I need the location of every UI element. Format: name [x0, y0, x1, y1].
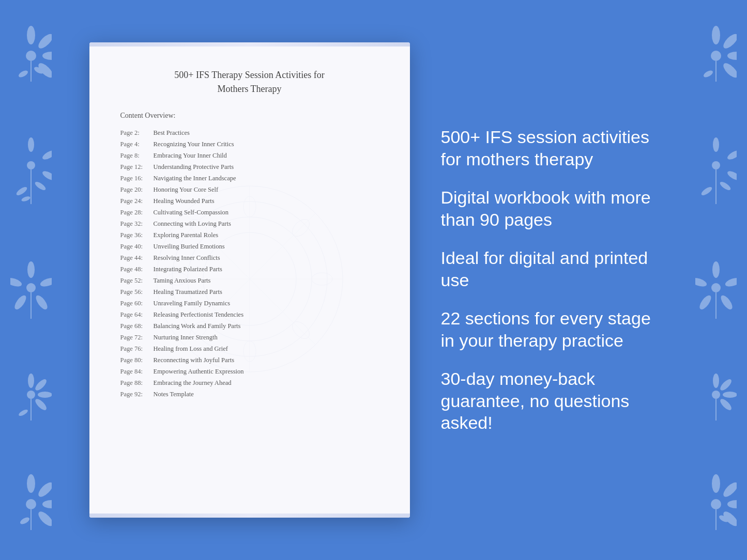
- floral-decoration-3: [10, 259, 52, 321]
- svg-point-75: [723, 392, 737, 398]
- svg-point-31: [36, 480, 52, 499]
- toc-page-number: Page 12:: [120, 163, 151, 171]
- svg-point-82: [727, 500, 737, 508]
- document-card: 500+ IFS Therapy Session Activities for …: [89, 42, 410, 518]
- toc-page-number: Page 92:: [120, 391, 151, 398]
- svg-point-84: [711, 499, 721, 509]
- toc-page-number: Page 44:: [120, 254, 151, 262]
- toc-section-title: Healing from Loss and Grief: [154, 345, 228, 353]
- svg-point-27: [27, 391, 35, 399]
- svg-point-4: [26, 51, 36, 61]
- right-floral-5: [695, 473, 737, 535]
- toc-section-title: Unveiling Buried Emotions: [154, 243, 225, 251]
- table-of-contents-item: Page 64:Releasing Perfectionist Tendenci…: [120, 309, 379, 320]
- svg-point-81: [721, 480, 737, 499]
- floral-decoration-4: [10, 371, 52, 423]
- svg-point-33: [36, 509, 52, 528]
- table-of-contents-item: Page 20:Honoring Your Core Self: [120, 184, 379, 195]
- toc-page-number: Page 52:: [120, 277, 151, 285]
- svg-point-57: [711, 51, 721, 61]
- svg-point-53: [712, 26, 720, 44]
- toc-page-number: Page 80:: [120, 356, 151, 364]
- svg-point-6: [18, 69, 29, 79]
- toc-page-number: Page 60:: [120, 300, 151, 307]
- table-of-contents-item: Page 36:Exploring Parental Roles: [120, 229, 379, 241]
- table-of-contents-item: Page 52:Taming Anxious Parts: [120, 275, 379, 286]
- svg-point-67: [712, 261, 720, 278]
- info-bullet-4: 22 sections for every stage in your ther…: [441, 307, 658, 351]
- svg-point-68: [724, 276, 737, 288]
- table-of-contents-item: Page 44:Resolving Inner Conflicts: [120, 252, 379, 263]
- svg-point-78: [712, 391, 720, 399]
- svg-point-30: [27, 474, 35, 493]
- info-bullet-5: 30-day money-back guarantee, no question…: [441, 368, 658, 434]
- svg-point-26: [34, 397, 48, 412]
- svg-point-61: [726, 149, 737, 161]
- toc-section-title: Unraveling Family Dynamics: [154, 300, 231, 307]
- svg-point-20: [10, 276, 23, 288]
- right-floral-3: [695, 259, 737, 321]
- table-of-contents-item: Page 68:Balancing Work and Family Parts: [120, 320, 379, 332]
- right-floral-4: [695, 371, 737, 423]
- table-of-contents-item: Page 60:Unraveling Family Dynamics: [120, 298, 379, 309]
- toc-section-title: Healing Traumatized Parts: [154, 288, 222, 296]
- table-of-contents: Page 2:Best PracticesPage 4:Recognizing …: [120, 127, 379, 400]
- toc-section-title: Best Practices: [154, 129, 190, 137]
- toc-page-number: Page 16:: [120, 175, 151, 182]
- svg-point-24: [38, 392, 52, 398]
- toc-section-title: Taming Anxious Parts: [154, 277, 211, 285]
- svg-point-0: [27, 26, 35, 44]
- content-overview-label: Content Overview:: [120, 112, 379, 120]
- svg-point-13: [15, 185, 28, 197]
- toc-page-number: Page 72:: [120, 334, 151, 341]
- table-of-contents-item: Page 8:Embracing Your Inner Child: [120, 150, 379, 161]
- svg-point-70: [697, 293, 713, 311]
- svg-point-63: [712, 161, 720, 169]
- svg-point-56: [721, 61, 737, 80]
- info-panel: 500+ IFS session activities for mothers …: [441, 126, 658, 434]
- toc-section-title: Understanding Protective Parts: [154, 163, 234, 171]
- svg-point-19: [12, 293, 28, 311]
- toc-section-title: Empowering Authentic Expression: [154, 368, 244, 376]
- svg-point-23: [28, 374, 34, 388]
- svg-point-16: [27, 261, 35, 278]
- table-of-contents-item: Page 12:Understanding Protective Parts: [120, 161, 379, 173]
- toc-section-title: Cultivating Self-Compassion: [154, 209, 228, 216]
- toc-page-number: Page 24:: [120, 197, 151, 205]
- svg-point-10: [41, 169, 52, 182]
- toc-page-number: Page 8:: [120, 152, 151, 160]
- toc-page-number: Page 28:: [120, 209, 151, 216]
- svg-point-29: [18, 408, 28, 417]
- svg-point-62: [726, 169, 737, 182]
- toc-page-number: Page 20:: [120, 186, 151, 194]
- toc-section-title: Nurturing Inner Strength: [154, 334, 218, 341]
- toc-page-number: Page 2:: [120, 129, 151, 137]
- svg-point-9: [41, 149, 52, 161]
- svg-point-32: [42, 500, 52, 508]
- table-of-contents-item: Page 56:Healing Traumatized Parts: [120, 286, 379, 298]
- toc-section-title: Healing Wounded Parts: [154, 197, 215, 205]
- table-of-contents-item: Page 2:Best Practices: [120, 127, 379, 138]
- svg-point-80: [712, 474, 720, 493]
- toc-section-title: Embracing Your Inner Child: [154, 152, 227, 160]
- toc-section-title: Integrating Polarized Parts: [154, 266, 222, 273]
- table-of-contents-item: Page 40:Unveiling Buried Emotions: [120, 241, 379, 252]
- toc-page-number: Page 36:: [120, 231, 151, 239]
- table-of-contents-item: Page 92:Notes Template: [120, 388, 379, 400]
- right-floral-panel: [685, 0, 747, 560]
- svg-point-18: [34, 293, 50, 311]
- svg-point-65: [700, 185, 713, 197]
- toc-page-number: Page 48:: [120, 266, 151, 273]
- svg-point-59: [703, 69, 714, 79]
- toc-page-number: Page 88:: [120, 379, 151, 387]
- svg-point-25: [34, 378, 48, 392]
- svg-point-69: [719, 293, 735, 311]
- table-of-contents-item: Page 72:Nurturing Inner Strength: [120, 332, 379, 343]
- toc-page-number: Page 40:: [120, 243, 151, 251]
- svg-point-2: [42, 52, 52, 60]
- svg-point-34: [26, 499, 36, 509]
- svg-point-17: [39, 276, 52, 288]
- table-of-contents-item: Page 88:Embracing the Journey Ahead: [120, 377, 379, 388]
- toc-section-title: Exploring Parental Roles: [154, 231, 219, 239]
- toc-page-number: Page 4:: [120, 141, 151, 148]
